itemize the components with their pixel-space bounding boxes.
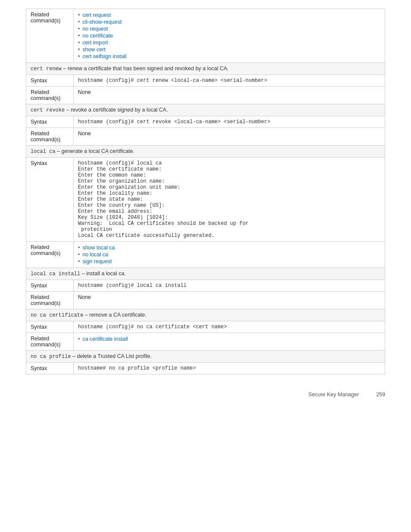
table-row: Syntax hostname (config)# cert renew <lo… — [26, 75, 385, 87]
table-row: Syntax hostname# no ca profile <profile … — [26, 363, 385, 374]
label-cell: Relatedcommand(s) — [26, 292, 74, 309]
table-row: Relatedcommand(s) show local ca no local… — [26, 242, 385, 268]
content-cell: show local ca no local ca sign request — [74, 242, 385, 268]
show-local-ca-link[interactable]: show local ca — [82, 245, 115, 251]
table-row: Syntax hostname (config)# no ca certific… — [26, 321, 385, 333]
cert-revoke-header: cert revoke – revoke a certificate signe… — [26, 104, 385, 116]
table-row: Relatedcommand(s) None — [26, 87, 385, 104]
label-cell: Syntax — [26, 158, 74, 242]
table-row: Syntax hostname (config)# cert revoke <l… — [26, 116, 385, 128]
sign-request-link[interactable]: sign request — [82, 258, 112, 264]
label-cell: Relatedcommand(s) — [26, 87, 74, 104]
cert-renew-header: cert renew – renew a certificate that ha… — [26, 63, 385, 75]
page-container: Relatedcommand(s) cert request cli-show-… — [0, 0, 411, 423]
cli-show-request-link[interactable]: cli-show-request — [82, 19, 121, 25]
footer-page: 259 — [376, 392, 385, 398]
content-cell: hostname (config)# cert renew <local-ca-… — [74, 75, 385, 87]
content-cell: hostname (config)# local ca install — [74, 280, 385, 292]
content-cell: None — [74, 292, 385, 309]
list-item: cli-show-request — [78, 19, 380, 25]
label-cell: Syntax — [26, 321, 74, 333]
no-local-ca-link[interactable]: no local ca — [82, 252, 108, 258]
table-row: Syntax hostname (config)# local ca Enter… — [26, 158, 385, 242]
table-row: Relatedcommand(s) ca certificate install — [26, 333, 385, 351]
local-ca-install-desc: – install a local ca. — [82, 271, 126, 277]
no-certificate-link[interactable]: no certificate — [82, 33, 113, 39]
cert-renew-desc: – renew a certificate that has been sign… — [63, 65, 229, 72]
content-cell: None — [74, 87, 385, 104]
list-item: ca certificate install — [78, 336, 380, 342]
no-ca-certificate-mono: no ca certificate — [31, 312, 83, 318]
table-row: Relatedcommand(s) None — [26, 292, 385, 309]
label-cell: Syntax — [26, 280, 74, 292]
label-cell: Relatedcommand(s) — [26, 242, 74, 268]
no-ca-certificate-header: no ca certificate – remove a CA certific… — [26, 309, 385, 321]
ca-certificate-install-link[interactable]: ca certificate install — [82, 336, 128, 342]
no-ca-profile-header: no ca profile – delete a Trusted CA List… — [26, 351, 385, 363]
list-item: cert import — [78, 39, 380, 46]
cert-request-link[interactable]: cert request — [82, 12, 111, 18]
content-cell: cert request cli-show-request no request… — [74, 9, 385, 63]
local-ca-mono: local ca — [31, 149, 56, 155]
content-cell: hostname (config)# no ca certificate <ce… — [74, 321, 385, 333]
list-item: no request — [78, 25, 380, 32]
cert-revoke-mono: cert revoke — [31, 107, 65, 113]
local-ca-install-header: local ca install – install a local ca. — [26, 268, 385, 280]
show-cert-link[interactable]: show cert — [82, 47, 106, 53]
local-ca-desc: – generate a local CA certificate. — [57, 148, 134, 154]
list-item: no certificate — [78, 32, 380, 39]
no-ca-certificate-header-row: no ca certificate – remove a CA certific… — [26, 309, 385, 321]
no-request-link[interactable]: no request — [82, 26, 108, 32]
content-cell: None — [74, 128, 385, 146]
no-ca-certificate-desc: – remove a CA certificate. — [85, 312, 146, 318]
label-cell: Syntax — [26, 75, 74, 87]
bullet-list: show local ca no local ca sign request — [78, 244, 380, 265]
table-row: Relatedcommand(s) None — [26, 128, 385, 146]
list-item: show local ca — [78, 244, 380, 251]
list-item: cert selfsign install — [78, 53, 380, 60]
label-cell: Syntax — [26, 363, 74, 374]
local-ca-install-mono: local ca install — [31, 271, 80, 277]
cert-import-link[interactable]: cert import — [82, 40, 108, 46]
cert-renew-mono: cert renew — [31, 66, 62, 72]
local-ca-header: local ca – generate a local CA certifica… — [26, 146, 385, 158]
content-cell: hostname# no ca profile <profile name> — [74, 363, 385, 374]
cert-selfsign-install-link[interactable]: cert selfsign install — [82, 53, 126, 59]
footer: Secure Key Manager 259 — [26, 392, 385, 398]
label-cell: Relatedcommand(s) — [26, 128, 74, 146]
list-item: no local ca — [78, 251, 380, 258]
local-ca-install-header-row: local ca install – install a local ca. — [26, 268, 385, 280]
label-cell: Relatedcommand(s) — [26, 9, 74, 63]
label-cell: Relatedcommand(s) — [26, 333, 74, 351]
local-ca-header-row: local ca – generate a local CA certifica… — [26, 146, 385, 158]
table-row: Relatedcommand(s) cert request cli-show-… — [26, 9, 385, 63]
footer-product: Secure Key Manager — [308, 392, 359, 398]
list-item: sign request — [78, 258, 380, 265]
list-item: show cert — [78, 46, 380, 53]
cert-revoke-header-row: cert revoke – revoke a certificate signe… — [26, 104, 385, 116]
no-ca-profile-header-row: no ca profile – delete a Trusted CA List… — [26, 351, 385, 363]
content-cell: hostname (config)# cert revoke <local-ca… — [74, 116, 385, 128]
content-cell: ca certificate install — [74, 333, 385, 351]
table-row: Syntax hostname (config)# local ca insta… — [26, 280, 385, 292]
label-cell: Syntax — [26, 116, 74, 128]
bullet-list: cert request cli-show-request no request… — [78, 12, 380, 60]
cert-renew-header-row: cert renew – renew a certificate that ha… — [26, 63, 385, 75]
no-ca-profile-desc: – delete a Trusted CA List profile. — [72, 353, 152, 359]
no-ca-profile-mono: no ca profile — [31, 354, 71, 360]
content-cell: hostname (config)# local ca Enter the ce… — [74, 158, 385, 242]
main-table: Relatedcommand(s) cert request cli-show-… — [26, 9, 385, 374]
bullet-list: ca certificate install — [78, 336, 380, 342]
list-item: cert request — [78, 12, 380, 19]
cert-revoke-desc: – revoke a certificate signed by a local… — [66, 107, 168, 113]
